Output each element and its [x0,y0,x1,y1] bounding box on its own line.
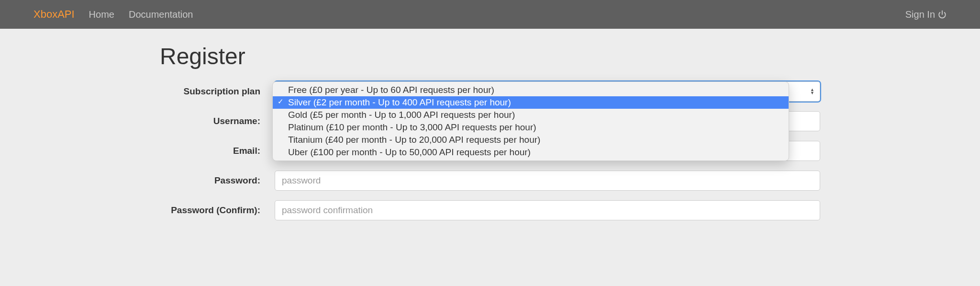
label-subscription-plan: Subscription plan [160,86,275,97]
plan-option-free[interactable]: Free (£0 per year - Up to 60 API request… [273,84,789,96]
subscription-plan-dropdown: Free (£0 per year - Up to 60 API request… [272,81,789,161]
label-password-confirm: Password (Confirm): [160,205,275,216]
page-title: Register [160,43,820,69]
power-icon [938,10,947,19]
select-wrap: ▲▼ Free (£0 per year - Up to 60 API requ… [275,81,820,102]
nav-home[interactable]: Home [89,9,114,20]
sign-in-label: Sign In [905,9,935,20]
sign-in-link[interactable]: Sign In [905,9,947,20]
label-email: Email: [160,146,275,156]
plan-option-gold[interactable]: Gold (£5 per month - Up to 1,000 API req… [273,109,789,121]
main-container: Register Subscription plan ▲▼ Free (£0 p… [150,29,830,244]
plan-option-titanium[interactable]: Titanium (£40 per month - Up to 20,000 A… [273,134,789,146]
password-input[interactable] [275,171,820,191]
row-subscription-plan: Subscription plan ▲▼ Free (£0 per year -… [160,81,820,102]
row-password: Password: [160,171,820,191]
brand-logo[interactable]: XboxAPI [33,8,75,21]
nav-documentation[interactable]: Documentation [129,9,193,20]
navbar: XboxAPI Home Documentation Sign In [0,0,980,29]
label-username: Username: [160,116,275,126]
plan-option-platinum[interactable]: Platinum (£10 per month - Up to 3,000 AP… [273,121,789,134]
plan-option-silver[interactable]: Silver (£2 per month - Up to 400 API req… [273,96,789,109]
row-password-confirm: Password (Confirm): [160,200,820,220]
password-confirm-input[interactable] [275,200,820,220]
label-password: Password: [160,175,275,186]
plan-option-uber[interactable]: Uber (£100 per month - Up to 50,000 API … [273,146,789,159]
